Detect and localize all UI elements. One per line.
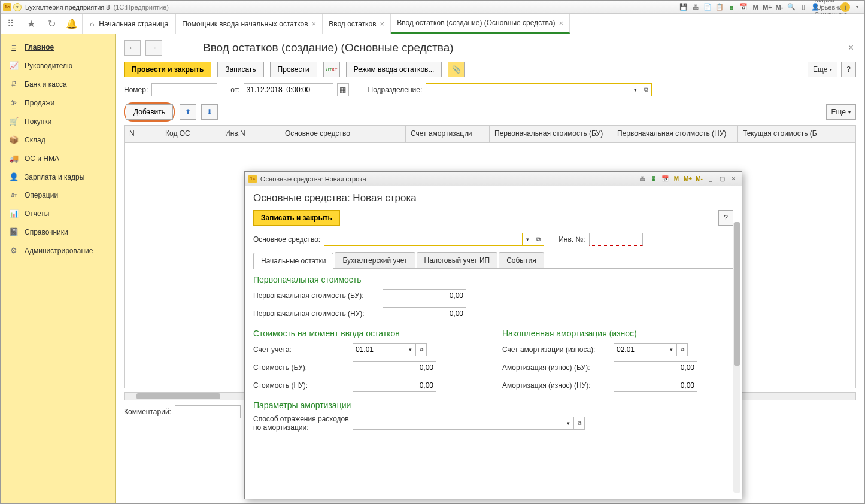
acc-input[interactable] (353, 344, 405, 356)
method-select[interactable]: ▾⧉ (353, 417, 585, 430)
apps-icon[interactable]: ⠿ (1, 14, 21, 34)
m-minus-icon[interactable]: M- (775, 2, 784, 12)
sidebar-item-os[interactable]: 🚚ОС и НМА (1, 149, 115, 168)
p-calendar-icon[interactable]: 📅 (660, 174, 670, 184)
tb-print-icon[interactable]: 🖶 (691, 2, 700, 12)
expand-icon[interactable]: ⧉ (573, 417, 584, 429)
inp-cost-nu[interactable] (383, 307, 466, 320)
p-close-icon[interactable]: ✕ (729, 174, 738, 184)
os-select[interactable]: ▾ ⧉ (324, 233, 544, 246)
tb-calc-icon[interactable]: 🖩 (727, 2, 736, 12)
p-print-icon[interactable]: 🖶 (638, 174, 647, 184)
sidebar-item-sales[interactable]: 🛍Продажи (1, 93, 115, 112)
amort-acc-input[interactable] (614, 344, 666, 356)
attach-button[interactable]: 📎 (448, 62, 465, 77)
sidebar-item-refs[interactable]: 📓Справочники (1, 223, 115, 241)
home-tab[interactable]: ⌂ Начальная страница (82, 14, 176, 34)
scrollbar-thumb[interactable] (136, 393, 220, 399)
expand-icon[interactable]: ⧉ (676, 344, 687, 356)
popup-v-scrollbar[interactable] (733, 222, 740, 493)
notifications-icon[interactable]: 🔔 (62, 14, 82, 34)
p-mplus-icon[interactable]: M+ (683, 174, 693, 184)
ptab-initial[interactable]: Начальные остатки (253, 253, 333, 269)
sidebar-item-salary[interactable]: 👤Зарплата и кадры (1, 168, 115, 186)
tab-helper[interactable]: Помощник ввода начальных остатков × (176, 14, 323, 34)
ptab-events[interactable]: События (499, 252, 544, 268)
popup-save-close-button[interactable]: Записать и закрыть (253, 210, 340, 226)
add-button[interactable]: Добавить (126, 104, 173, 120)
app-menu-dropdown[interactable]: ▾ (13, 3, 22, 11)
table-more-button[interactable]: Еще▾ (826, 104, 856, 120)
method-input[interactable] (353, 417, 563, 429)
inp-val-nu[interactable] (353, 379, 436, 392)
os-input[interactable] (324, 233, 522, 245)
nav-back-button[interactable]: ← (124, 40, 141, 56)
expand-icon[interactable]: ⧉ (415, 344, 426, 356)
info-icon[interactable]: i (840, 2, 850, 12)
sidebar-item-bank[interactable]: ₽Банк и касса (1, 75, 115, 93)
dropdown-icon[interactable]: ▾ (522, 233, 533, 245)
inp-cost-bu[interactable] (383, 289, 466, 302)
sidebar-item-main[interactable]: ≡Главное (1, 38, 115, 56)
dept-input[interactable] (426, 84, 630, 96)
sidebar-item-warehouse[interactable]: 📦Склад (1, 130, 115, 149)
dropdown-icon[interactable]: ▾ (630, 84, 641, 96)
post-close-button[interactable]: Провести и закрыть (124, 62, 211, 77)
tb-calendar-icon[interactable]: 📅 (739, 2, 748, 12)
nav-forward-button[interactable]: → (145, 40, 162, 56)
p-min-icon[interactable]: ⎯ (706, 174, 715, 184)
move-down-button[interactable]: ⬇ (201, 104, 218, 120)
acc-select[interactable]: ▾⧉ (353, 343, 427, 356)
user-name[interactable]: Мария Юрьевна Синичкина (826, 2, 836, 12)
tb-zoom-icon[interactable]: 🔍 (787, 2, 796, 12)
m-plus-icon[interactable]: M+ (763, 2, 772, 12)
dept-select[interactable]: ▾ ⧉ (426, 83, 652, 96)
tab-entry-create[interactable]: Ввод остатков (создание) (Основные средс… (391, 14, 570, 34)
p-max-icon[interactable]: ▢ (717, 174, 727, 184)
sidebar-item-reports[interactable]: 📊Отчеты (1, 204, 115, 223)
dtkt-button[interactable]: ДтКт (323, 62, 340, 77)
tab-entry[interactable]: Ввод остатков × (323, 14, 391, 34)
page-close-button[interactable]: × (846, 42, 856, 53)
amort-acc-select[interactable]: ▾⧉ (614, 343, 688, 356)
sidebar-item-manager[interactable]: 📈Руководителю (1, 56, 115, 75)
ptab-accounting[interactable]: Бухгалтерский учет (335, 252, 415, 268)
m-icon[interactable]: M (751, 2, 760, 12)
sidebar-item-admin[interactable]: ⚙Администрирование (1, 241, 115, 260)
date-input[interactable] (244, 83, 333, 96)
comment-input[interactable] (175, 405, 241, 418)
number-input[interactable] (151, 83, 217, 96)
sidebar-item-operations[interactable]: ДтОперации (1, 186, 115, 204)
tb-panel-icon[interactable]: ▯ (799, 2, 808, 12)
p-m-icon[interactable]: M (672, 174, 681, 184)
tb-save-icon[interactable]: 💾 (679, 2, 688, 12)
dropdown-icon[interactable]: ▾ (405, 344, 415, 356)
history-icon[interactable]: ↻ (41, 14, 62, 34)
post-button[interactable]: Провести (270, 62, 317, 77)
close-icon[interactable]: × (312, 19, 317, 28)
help-button[interactable]: ? (841, 62, 856, 77)
inp-amort-nu[interactable] (614, 379, 697, 392)
inp-amort-bu[interactable] (614, 361, 697, 374)
p-calc-icon[interactable]: 🖩 (649, 174, 658, 184)
tb-copy-icon[interactable]: 📋 (715, 2, 724, 12)
inv-input[interactable] (589, 233, 643, 246)
ptab-tax[interactable]: Налоговый учет ИП (417, 252, 498, 268)
close-icon[interactable]: × (380, 19, 385, 28)
popup-help-button[interactable]: ? (718, 210, 733, 226)
sidebar-item-purchases[interactable]: 🛒Покупки (1, 112, 115, 130)
expand-icon[interactable]: ⧉ (533, 233, 544, 245)
close-icon[interactable]: × (559, 19, 564, 28)
p-mminus-icon[interactable]: M- (694, 174, 704, 184)
info-dd-icon[interactable]: ▾ (852, 2, 862, 12)
more-button[interactable]: Еще▾ (808, 62, 837, 77)
inp-val-bu[interactable] (353, 361, 436, 374)
expand-icon[interactable]: ⧉ (641, 84, 651, 96)
calendar-icon[interactable]: ▦ (337, 83, 349, 96)
favorite-icon[interactable]: ★ (21, 14, 41, 34)
move-up-button[interactable]: ⬆ (180, 104, 196, 120)
tb-doc-icon[interactable]: 📄 (703, 2, 712, 12)
save-button[interactable]: Записать (217, 62, 263, 77)
mode-button[interactable]: Режим ввода остатков... (346, 62, 442, 77)
dropdown-icon[interactable]: ▾ (563, 417, 573, 429)
